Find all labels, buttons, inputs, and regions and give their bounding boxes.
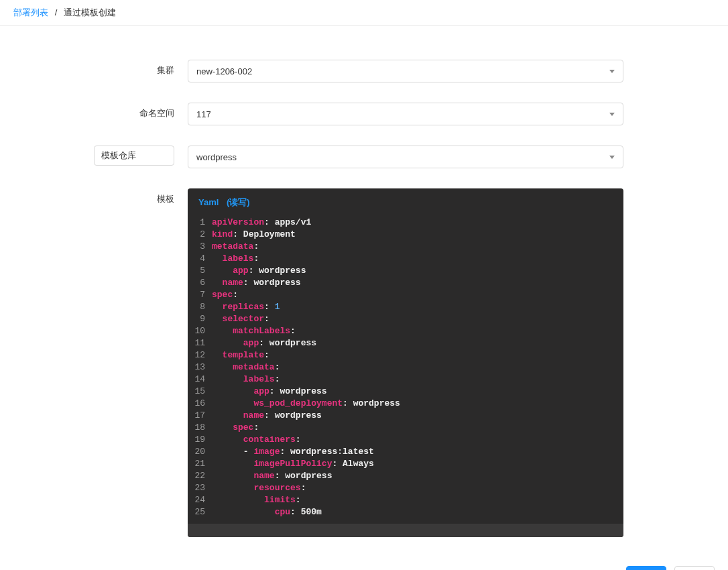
line-content[interactable]: app: wordpress — [212, 386, 623, 398]
line-number: 21 — [188, 458, 212, 470]
caret-down-icon — [609, 70, 615, 73]
editor-header: Yaml (读写) — [188, 188, 623, 217]
code-area[interactable]: 1apiVersion: apps/v12kind: Deployment3me… — [188, 217, 623, 524]
line-number: 25 — [188, 506, 212, 518]
line-content[interactable]: name: wordpress — [212, 277, 623, 289]
line-content[interactable]: replicas: 1 — [212, 301, 623, 313]
line-number: 1 — [188, 217, 212, 229]
line-content[interactable]: containers: — [212, 434, 623, 446]
line-content[interactable]: app: wordpress — [212, 265, 623, 277]
label-cluster: 集群 — [80, 60, 188, 76]
caret-down-icon — [609, 156, 615, 159]
line-content[interactable]: apiVersion: apps/v1 — [212, 217, 623, 229]
label-namespace: 命名空间 — [80, 103, 188, 119]
form-area: 集群 new-1206-002 命名空间 117 模板仓库 wordpress — [0, 26, 728, 551]
code-line: 14 labels: — [188, 374, 623, 386]
footer-actions: 创建 取消 — [0, 557, 728, 570]
line-number: 17 — [188, 410, 212, 422]
line-number: 5 — [188, 265, 212, 277]
line-number: 7 — [188, 289, 212, 301]
line-number: 22 — [188, 470, 212, 482]
line-content[interactable]: metadata: — [212, 361, 623, 374]
line-number: 14 — [188, 374, 212, 386]
editor-mode: (读写) — [227, 197, 250, 207]
code-line: 13 metadata: — [188, 361, 623, 374]
row-namespace: 命名空间 117 — [80, 103, 648, 125]
row-cluster: 集群 new-1206-002 — [80, 60, 648, 82]
line-content[interactable]: limits: — [212, 494, 623, 506]
line-content[interactable]: matchLabels: — [212, 325, 623, 337]
select-cluster-value: new-1206-002 — [196, 66, 252, 76]
row-template-repo: 模板仓库 wordpress — [80, 146, 648, 168]
line-number: 15 — [188, 386, 212, 398]
line-content[interactable]: cpu: 500m — [212, 506, 623, 518]
code-line: 20 - image: wordpress:latest — [188, 446, 623, 458]
line-number: 6 — [188, 277, 212, 289]
code-line: 23 resources: — [188, 482, 623, 494]
line-number: 23 — [188, 482, 212, 494]
code-line: 18 spec: — [188, 422, 623, 434]
create-button[interactable]: 创建 — [626, 566, 666, 570]
label-template: 模板 — [80, 188, 188, 205]
select-cluster[interactable]: new-1206-002 — [188, 60, 623, 82]
line-content[interactable]: ws_pod_deployment: wordpress — [212, 398, 623, 410]
code-line: 24 limits: — [188, 494, 623, 506]
line-number: 3 — [188, 241, 212, 253]
line-number: 11 — [188, 337, 212, 349]
line-content[interactable]: template: — [212, 349, 623, 361]
code-line: 22 name: wordpress — [188, 470, 623, 482]
editor-footer-bar — [188, 524, 623, 537]
code-line: 11 app: wordpress — [188, 337, 623, 349]
line-content[interactable]: labels: — [212, 253, 623, 265]
code-line: 2kind: Deployment — [188, 229, 623, 241]
line-content[interactable]: imagePullPolicy: Always — [212, 458, 623, 470]
code-line: 5 app: wordpress — [188, 265, 623, 277]
code-line: 12 template: — [188, 349, 623, 361]
select-template-repo-type[interactable]: 模板仓库 — [94, 146, 174, 166]
editor-title: Yaml — [198, 197, 219, 207]
line-content[interactable]: spec: — [212, 422, 623, 434]
code-line: 9 selector: — [188, 313, 623, 325]
line-number: 13 — [188, 361, 212, 374]
line-number: 16 — [188, 398, 212, 410]
code-line: 4 labels: — [188, 253, 623, 265]
cancel-button[interactable]: 取消 — [674, 566, 715, 570]
line-content[interactable]: app: wordpress — [212, 337, 623, 349]
line-content[interactable]: spec: — [212, 289, 623, 301]
line-content[interactable]: kind: Deployment — [212, 229, 623, 241]
line-number: 20 — [188, 446, 212, 458]
line-content[interactable]: metadata: — [212, 241, 623, 253]
code-line: 15 app: wordpress — [188, 386, 623, 398]
yaml-editor[interactable]: Yaml (读写) 1apiVersion: apps/v12kind: Dep… — [188, 188, 623, 537]
code-line: 10 matchLabels: — [188, 325, 623, 337]
code-line: 19 containers: — [188, 434, 623, 446]
line-content[interactable]: name: wordpress — [212, 470, 623, 482]
row-template: 模板 Yaml (读写) 1apiVersion: apps/v12kind: … — [80, 188, 648, 537]
code-line: 6 name: wordpress — [188, 277, 623, 289]
select-template-repo[interactable]: wordpress — [188, 146, 623, 168]
line-number: 10 — [188, 325, 212, 337]
line-number: 9 — [188, 313, 212, 325]
code-line: 7spec: — [188, 289, 623, 301]
caret-down-icon — [609, 113, 615, 116]
breadcrumb: 部署列表 / 通过模板创建 — [0, 0, 728, 26]
line-content[interactable]: labels: — [212, 374, 623, 386]
select-template-repo-type-value: 模板仓库 — [101, 150, 136, 162]
line-content[interactable]: selector: — [212, 313, 623, 325]
breadcrumb-separator: / — [55, 7, 58, 17]
select-namespace[interactable]: 117 — [188, 103, 623, 125]
line-number: 8 — [188, 301, 212, 313]
code-line: 25 cpu: 500m — [188, 506, 623, 518]
breadcrumb-current: 通过模板创建 — [64, 7, 116, 17]
line-content[interactable]: name: wordpress — [212, 410, 623, 422]
line-content[interactable]: - image: wordpress:latest — [212, 446, 623, 458]
line-number: 12 — [188, 349, 212, 361]
line-number: 2 — [188, 229, 212, 241]
code-line: 17 name: wordpress — [188, 410, 623, 422]
code-line: 1apiVersion: apps/v1 — [188, 217, 623, 229]
line-content[interactable]: resources: — [212, 482, 623, 494]
line-number: 18 — [188, 422, 212, 434]
line-number: 24 — [188, 494, 212, 506]
select-namespace-value: 117 — [196, 109, 211, 119]
breadcrumb-link-deploy-list[interactable]: 部署列表 — [13, 7, 48, 17]
